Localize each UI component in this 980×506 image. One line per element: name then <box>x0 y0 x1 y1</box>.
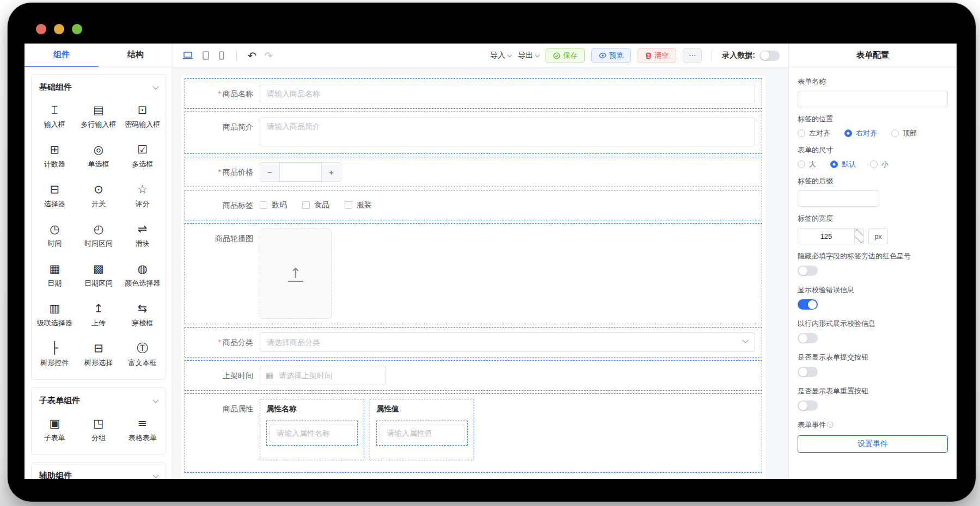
component-item-tree-select[interactable]: ⊟树形选择 <box>77 335 121 375</box>
component-item-upload[interactable]: ↥上传 <box>77 295 121 335</box>
label-position-option[interactable]: 右对齐 <box>844 128 877 138</box>
checkbox-option[interactable]: 数码 <box>260 200 287 210</box>
label-suffix-input[interactable] <box>798 190 879 207</box>
form-widget-input[interactable]: *商品名称 <box>185 78 762 109</box>
checkbox-option[interactable]: 食品 <box>302 200 329 210</box>
preview-button[interactable]: 预览 <box>591 48 631 63</box>
redo-button[interactable]: ↷ <box>264 50 273 61</box>
form-name-input[interactable] <box>798 91 948 107</box>
form-widget-number[interactable]: *商品价格−+ <box>185 157 762 187</box>
section-header[interactable]: 基础组件 <box>32 75 166 96</box>
component-item-color-picker[interactable]: ◍颜色选择器 <box>120 256 164 295</box>
component-item-cascader[interactable]: ▥级联选择器 <box>33 295 77 335</box>
toolbar-left-group: ↶ ↷ <box>182 50 273 61</box>
section-header[interactable]: 子表单组件 <box>32 388 166 409</box>
tab-structure[interactable]: 结构 <box>99 44 173 67</box>
config-toggle-switch[interactable] <box>798 333 818 343</box>
stepper-minus-button[interactable]: − <box>260 163 280 181</box>
tablet-icon <box>201 51 210 60</box>
import-dropdown[interactable]: 导入 <box>490 51 511 60</box>
config-toggle-switch[interactable] <box>798 367 818 377</box>
product-name-input[interactable] <box>260 84 755 103</box>
form-widget-upload[interactable]: 商品轮播图↑ <box>185 223 762 324</box>
checkbox-box[interactable] <box>260 201 267 209</box>
config-toggle-switch[interactable] <box>798 400 818 411</box>
label-width-value[interactable]: 125 <box>798 229 854 244</box>
subform-column[interactable]: 属性名称 <box>260 399 364 460</box>
config-toggle-switch[interactable] <box>798 299 818 310</box>
component-item-time[interactable]: ◷时间 <box>33 216 77 256</box>
label-suffix-label: 标签的后缀 <box>798 176 948 186</box>
subform-input[interactable] <box>270 424 354 442</box>
component-item-checkbox[interactable]: ☑多选框 <box>120 137 164 176</box>
component-item-select[interactable]: ⊟选择器 <box>33 176 77 216</box>
select-input[interactable] <box>260 332 755 352</box>
record-data-toggle[interactable] <box>759 51 780 61</box>
device-tablet-button[interactable] <box>201 51 210 60</box>
required-asterisk: * <box>218 338 221 347</box>
stepper-plus-button[interactable]: + <box>321 163 341 181</box>
tab-components[interactable]: 组件 <box>24 44 99 67</box>
component-item-textarea[interactable]: ▤多行输入框 <box>77 97 121 137</box>
section-header[interactable]: 辅助组件 <box>32 463 166 479</box>
component-item-table-form[interactable]: ≡表格表单 <box>120 410 164 450</box>
save-button[interactable]: 保存 <box>546 48 585 63</box>
export-dropdown[interactable]: 导出 <box>518 51 539 60</box>
component-item-password-input[interactable]: ⊡密码输入框 <box>120 97 164 137</box>
component-item-time-range[interactable]: ◴时间区间 <box>77 216 121 256</box>
app-window: 组件 结构 基础组件⌶输入框▤多行输入框⊡密码输入框⊞计数器◎单选框☑多选框⊟选… <box>8 3 976 502</box>
form-size-option[interactable]: 默认 <box>830 159 856 169</box>
component-item-radio[interactable]: ◎单选框 <box>77 137 121 176</box>
component-item-input-box[interactable]: ⌶输入框 <box>33 97 77 137</box>
device-laptop-button[interactable] <box>182 51 194 60</box>
stepper-value-input[interactable] <box>280 163 321 181</box>
field-control: 数码食品服装 <box>260 195 755 215</box>
upload-dropzone[interactable]: ↑ <box>260 229 332 319</box>
undo-button[interactable]: ↶ <box>248 50 256 61</box>
component-item-group[interactable]: ◳分组 <box>77 410 121 450</box>
form-widget-select[interactable]: *商品分类 <box>185 327 762 357</box>
subform-inner-widget[interactable] <box>376 421 468 446</box>
zoom-window-button[interactable] <box>72 24 82 34</box>
checkbox-box[interactable] <box>345 201 352 209</box>
checkbox-box[interactable] <box>302 201 310 209</box>
component-item-slider[interactable]: ⇌滑块 <box>120 216 164 256</box>
component-item-subform[interactable]: ▣子表单 <box>33 410 77 450</box>
component-item-transfer[interactable]: ⇆穿梭框 <box>120 295 164 335</box>
close-window-button[interactable] <box>36 24 46 34</box>
form-widget-subform[interactable]: 商品属性属性名称属性值 <box>185 393 762 473</box>
subform-column[interactable]: 属性值 <box>370 399 474 460</box>
more-actions-button[interactable]: ⋯ <box>683 48 702 63</box>
clear-button[interactable]: 清空 <box>638 48 676 63</box>
date-input[interactable] <box>260 366 386 385</box>
component-item-switch[interactable]: ⊙开关 <box>77 176 121 216</box>
checkbox-option[interactable]: 服装 <box>345 200 372 210</box>
form-widget-textarea[interactable]: 商品简介 <box>185 112 762 154</box>
form-widget-date[interactable]: 上架时间▦ <box>185 360 762 391</box>
product-intro-textarea[interactable] <box>260 117 755 146</box>
field-label: *商品分类 <box>192 332 260 352</box>
stepper-down-button[interactable] <box>855 236 863 244</box>
form-size-option[interactable]: 大 <box>798 159 816 169</box>
subform-inner-widget[interactable] <box>266 421 358 446</box>
label-position-option[interactable]: 顶部 <box>891 128 917 138</box>
component-label: 评分 <box>136 199 150 209</box>
component-item-date-range[interactable]: ▩日期区间 <box>77 256 121 295</box>
form-widget-checkboxes[interactable]: 商品标签数码食品服装 <box>185 190 762 220</box>
component-item-tree[interactable]: ├树形控件 <box>33 335 77 375</box>
category-select[interactable] <box>260 332 755 352</box>
component-label: 滑块 <box>136 239 150 249</box>
form-size-option[interactable]: 小 <box>870 159 889 169</box>
component-item-rate[interactable]: ☆评分 <box>120 176 164 216</box>
minimize-window-button[interactable] <box>54 24 64 34</box>
component-item-date[interactable]: ▦日期 <box>33 256 77 295</box>
component-item-counter[interactable]: ⊞计数器 <box>33 137 77 176</box>
field-label: 商品简介 <box>192 117 260 137</box>
date-picker[interactable]: ▦ <box>260 366 386 385</box>
config-toggle-switch[interactable] <box>798 266 818 276</box>
set-event-button[interactable]: 设置事件 <box>798 435 948 453</box>
component-item-rich-text[interactable]: Ⓣ富文本框 <box>120 335 164 375</box>
subform-input[interactable] <box>379 424 464 442</box>
label-position-option[interactable]: 左对齐 <box>798 128 830 138</box>
device-mobile-button[interactable] <box>218 51 225 60</box>
